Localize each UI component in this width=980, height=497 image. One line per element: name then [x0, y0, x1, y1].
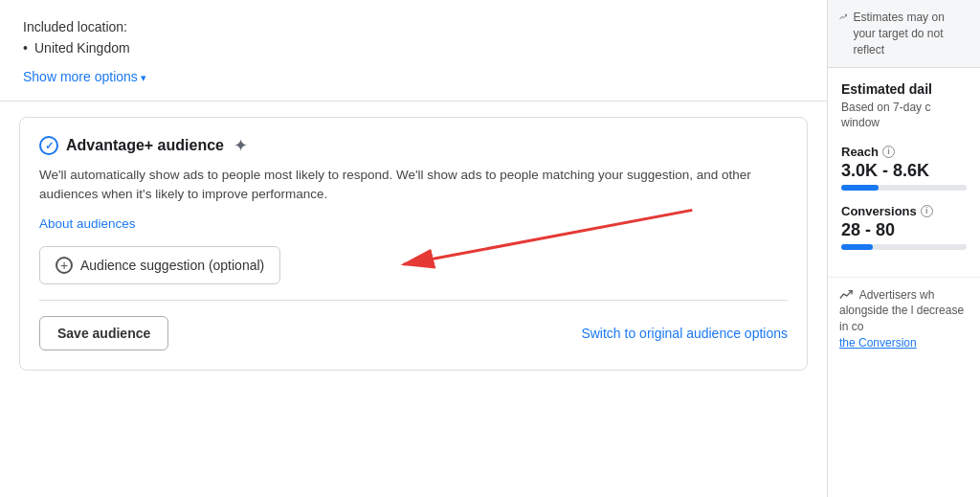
section-divider [39, 300, 788, 301]
sidebar-bottom-text: Advertisers wh alongside the l decrease … [839, 288, 964, 334]
conversion-link[interactable]: the Conversion [839, 336, 917, 350]
audience-suggestion-button[interactable]: + Audience suggestion (optional) [39, 246, 280, 284]
main-content: Included location: United Kingdom Show m… [0, 0, 827, 497]
sidebar-bottom: Advertisers wh alongside the l decrease … [828, 277, 980, 497]
switch-to-original-link[interactable]: Switch to original audience options [581, 326, 788, 341]
conversions-value: 28 - 80 [841, 220, 967, 240]
plus-circle-icon: + [56, 257, 73, 274]
bottom-actions: Save audience Switch to original audienc… [39, 316, 788, 350]
conversions-label: Conversions i [841, 204, 967, 218]
based-on-text: Based on 7-day c window [841, 101, 967, 130]
reach-value: 3.0K - 8.6K [841, 161, 967, 181]
right-sidebar: Estimates may on your target do not refl… [827, 0, 980, 497]
check-circle-icon [39, 136, 58, 155]
conversions-bar [841, 244, 967, 250]
location-label: Included location: [23, 19, 804, 34]
location-item: United Kingdom [23, 40, 804, 56]
about-audiences-link[interactable]: About audiences [39, 216, 788, 231]
estimated-section: Estimated dail Based on 7-day c window R… [828, 68, 980, 276]
save-audience-button[interactable]: Save audience [39, 316, 168, 350]
advantage-title: Advantage+ audience [66, 137, 224, 154]
sidebar-bottom-trend-icon [839, 288, 853, 302]
sidebar-top-notice: Estimates may on your target do not refl… [828, 0, 980, 68]
reach-info-icon[interactable]: i [882, 146, 895, 158]
conversions-bar-fill [841, 244, 873, 250]
advantage-description: We'll automatically show ads to people m… [39, 166, 788, 205]
reach-bar [841, 185, 967, 191]
show-more-options-link[interactable]: Show more options [23, 69, 146, 84]
advantage-section: Advantage+ audience ✦ We'll automaticall… [19, 117, 808, 371]
advantage-header: Advantage+ audience ✦ [39, 135, 788, 156]
conversions-info-icon[interactable]: i [921, 205, 933, 217]
plus-icon: ✦ [234, 135, 248, 156]
reach-label: Reach i [841, 145, 967, 159]
reach-bar-fill [841, 185, 879, 191]
sidebar-top-text: Estimates may on your target do not refl… [853, 10, 969, 57]
audience-suggestion-label: Audience suggestion (optional) [80, 258, 264, 273]
trend-icon [839, 10, 847, 25]
location-section: Included location: United Kingdom Show m… [0, 0, 827, 102]
estimated-title: Estimated dail [841, 81, 967, 97]
